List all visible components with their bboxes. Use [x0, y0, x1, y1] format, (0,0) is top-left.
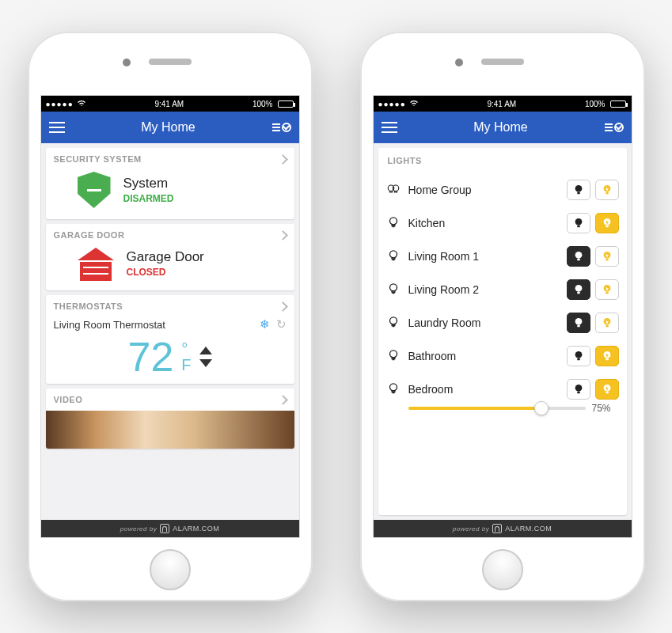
light-off-button[interactable]	[567, 379, 590, 400]
svg-point-12	[575, 252, 582, 259]
light-name[interactable]: Living Room 1	[408, 250, 559, 263]
light-row: Kitchen	[386, 207, 619, 240]
phone-speaker	[149, 59, 192, 65]
svg-point-32	[575, 385, 582, 392]
phone-right: ●●●●● 9:41 AM 100% My Home LIGHTS Hom	[360, 32, 645, 601]
snowflake-icon[interactable]: ❄	[260, 317, 270, 332]
light-off-button[interactable]	[567, 180, 590, 200]
nav-bar: My Home	[374, 112, 632, 143]
light-off-button[interactable]	[567, 313, 590, 333]
schedule-icon[interactable]: ↻	[276, 317, 287, 332]
light-on-button[interactable]	[595, 346, 619, 366]
scenes-icon[interactable]	[272, 123, 291, 132]
bulb-icon	[386, 316, 401, 330]
home-content[interactable]: SECURITY SYSTEM System DISARMED GARAGE D…	[41, 143, 299, 520]
scenes-icon[interactable]	[605, 123, 624, 132]
phone-camera	[455, 59, 463, 66]
svg-rect-13	[577, 259, 580, 261]
svg-point-21	[389, 317, 397, 324]
light-row: Laundry Room	[386, 306, 619, 339]
security-header: SECURITY SYSTEM	[54, 154, 142, 164]
thermostat-card[interactable]: THERMOSTATS Living Room Thermostat ❄ ↻ 7…	[46, 295, 294, 384]
security-card[interactable]: SECURITY SYSTEM System DISARMED	[46, 148, 294, 219]
light-row: Bathroom	[386, 339, 619, 373]
status-bar: ●●●●● 9:41 AM 100%	[41, 96, 299, 112]
bulb-group-icon	[386, 183, 401, 197]
light-on-button[interactable]	[595, 379, 619, 400]
footer-bar: powered by ALARM.COM	[374, 520, 632, 537]
svg-rect-35	[606, 392, 609, 394]
menu-icon[interactable]	[49, 122, 65, 133]
svg-point-31	[389, 384, 397, 391]
light-off-button[interactable]	[567, 246, 590, 267]
light-row: Living Room 2	[386, 273, 619, 306]
light-off-button[interactable]	[567, 346, 590, 366]
garage-card[interactable]: GARAGE DOOR Garage Door CLOSED	[46, 224, 294, 290]
svg-rect-3	[577, 192, 580, 195]
alarm-logo-icon	[160, 524, 169, 533]
thermostat-name: Living Room Thermostat	[54, 319, 165, 331]
video-card[interactable]: VIDEO	[46, 389, 294, 449]
bulb-icon	[386, 282, 401, 297]
temp-down-button[interactable]	[199, 359, 212, 367]
light-on-button[interactable]	[595, 180, 619, 200]
phone-speaker	[481, 59, 524, 65]
light-name[interactable]: Bedroom	[408, 383, 559, 396]
home-button[interactable]	[482, 549, 523, 590]
security-state: DISARMED	[123, 193, 174, 204]
garage-state: CLOSED	[127, 267, 204, 278]
light-name[interactable]: Bathroom	[408, 350, 559, 362]
svg-point-27	[575, 351, 582, 358]
thermostat-unit: ° F	[181, 341, 191, 373]
svg-point-16	[389, 284, 397, 291]
svg-rect-30	[606, 358, 609, 361]
bulb-icon	[386, 382, 401, 396]
light-buttons	[567, 213, 619, 233]
screen-home: ●●●●● 9:41 AM 100% My Home SECURI	[40, 95, 300, 538]
dimmer-row: 75%	[386, 403, 619, 414]
garage-name: Garage Door	[127, 249, 204, 265]
light-name[interactable]: Kitchen	[408, 217, 559, 229]
light-on-button[interactable]	[595, 313, 619, 333]
svg-rect-23	[577, 325, 580, 328]
light-name[interactable]: Living Room 2	[408, 283, 559, 296]
bulb-icon	[386, 216, 401, 230]
light-name[interactable]: Laundry Room	[408, 316, 559, 329]
chevron-right-icon	[278, 230, 288, 241]
footer-bar: powered by ALARM.COM	[41, 520, 299, 537]
phone-camera	[123, 59, 131, 66]
svg-point-22	[575, 318, 582, 325]
battery-percent: 100%	[585, 100, 606, 108]
light-off-button[interactable]	[567, 279, 590, 300]
svg-rect-18	[577, 292, 580, 294]
footer-brand: ALARM.COM	[173, 525, 219, 533]
wifi-icon	[77, 99, 86, 108]
home-button[interactable]	[150, 549, 191, 590]
status-bar: ●●●●● 9:41 AM 100%	[374, 96, 632, 112]
light-buttons	[567, 180, 619, 200]
shield-disarmed-icon	[78, 172, 111, 208]
nav-bar: My Home	[41, 112, 299, 143]
svg-point-17	[575, 285, 582, 292]
dimmer-slider[interactable]	[408, 407, 586, 410]
lights-content[interactable]: LIGHTS Home GroupKitchenLiving Room 1Liv…	[374, 143, 632, 520]
light-off-button[interactable]	[567, 213, 590, 233]
battery-percent: 100%	[252, 100, 273, 108]
light-on-button[interactable]	[595, 279, 619, 300]
video-thumbnail[interactable]	[46, 411, 294, 449]
light-on-button[interactable]	[595, 246, 619, 267]
temp-up-button[interactable]	[199, 347, 212, 354]
footer-brand: ALARM.COM	[505, 525, 552, 533]
svg-point-11	[389, 251, 397, 258]
status-time: 9:41 AM	[487, 100, 516, 108]
light-buttons	[567, 346, 619, 366]
svg-point-2	[575, 185, 582, 192]
light-on-button[interactable]	[595, 213, 619, 233]
security-name: System	[123, 176, 174, 191]
lights-header: LIGHTS	[386, 154, 619, 173]
light-buttons	[567, 379, 619, 400]
footer-powered-by: powered by	[453, 525, 489, 533]
menu-icon[interactable]	[382, 122, 397, 133]
light-name[interactable]: Home Group	[408, 184, 559, 196]
bulb-icon	[386, 249, 401, 263]
